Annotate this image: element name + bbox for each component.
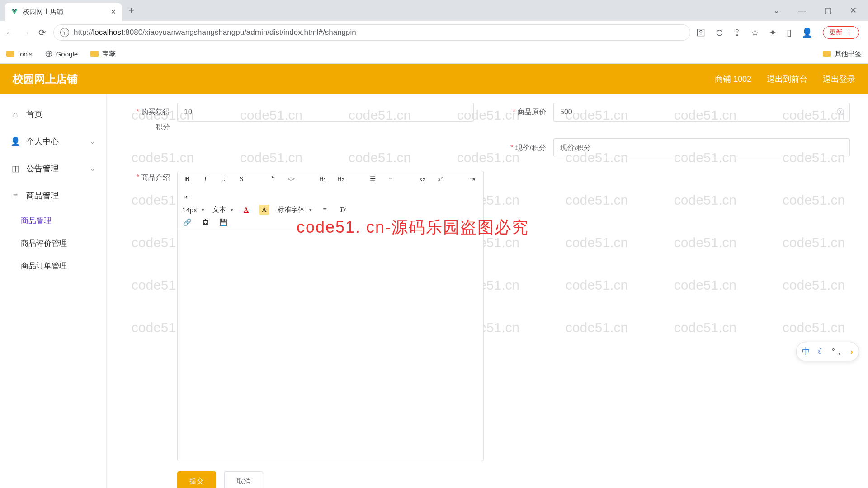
save-icon[interactable]: 💾 (218, 217, 228, 227)
close-tab-icon[interactable]: × (111, 7, 116, 17)
app-header: 校园网上店铺 商铺 1002 退出到前台 退出登录 (0, 64, 868, 94)
minimize-icon[interactable]: — (798, 6, 806, 15)
user-icon: 👤 (11, 137, 20, 146)
document-icon: ◫ (11, 164, 20, 173)
editor-body[interactable] (178, 230, 483, 461)
sidebar-item-label: 公告管理 (26, 163, 59, 174)
maximize-icon[interactable]: ▢ (824, 5, 832, 15)
h2-icon[interactable]: H₂ (336, 174, 346, 184)
ordered-list-icon[interactable]: ☰ (368, 174, 377, 184)
sidebar-item-label: 商品管理 (21, 216, 52, 226)
folder-icon (90, 51, 99, 57)
sidepanel-icon[interactable]: ▯ (787, 27, 792, 38)
ime-punct-icon[interactable]: °， (832, 346, 843, 357)
h1-icon[interactable]: H₁ (318, 174, 328, 184)
superscript-icon[interactable]: x² (435, 174, 445, 184)
chevron-down-icon: ⌄ (90, 165, 95, 172)
align-icon[interactable]: ≡ (320, 205, 330, 215)
bookmark-tools[interactable]: tools (6, 50, 33, 58)
cancel-button[interactable]: 取消 (224, 471, 263, 488)
folder-icon (6, 51, 14, 57)
code-icon[interactable]: <> (286, 174, 296, 184)
points-earned-field[interactable] (184, 108, 467, 116)
zoom-icon[interactable]: ⊖ (716, 27, 723, 38)
ime-floating-bar[interactable]: 中 ☾ °， › (796, 342, 859, 361)
sidebar-item-notice[interactable]: ◫ 公告管理 ⌄ (0, 155, 106, 182)
logout-button[interactable]: 退出登录 (823, 74, 855, 84)
tab-title: 校园网上店铺 (23, 8, 63, 16)
desc-label: *商品介绍 (125, 171, 170, 183)
key-icon[interactable]: ⚿ (697, 28, 706, 38)
reload-button[interactable]: ⟳ (37, 28, 47, 38)
sidebar-item-product[interactable]: ≡ 商品管理 (0, 182, 106, 209)
sidebar-item-home[interactable]: ⌂ 首页 (0, 101, 106, 128)
underline-icon[interactable]: U (218, 174, 228, 184)
orig-price-label: *商品原价 (501, 103, 546, 117)
text-type-select[interactable]: 文本▾ (212, 206, 233, 214)
forward-button[interactable]: → (21, 28, 31, 38)
share-icon[interactable]: ⇪ (733, 27, 741, 38)
content-area: code51. cn-源码乐园盗图必究 *购买获得 积分 *商品原价 (107, 94, 868, 488)
site-info-icon[interactable]: i (60, 28, 69, 37)
quote-icon[interactable]: ❝ (268, 174, 278, 184)
bookmark-google[interactable]: Google (45, 50, 78, 58)
chevron-down-icon[interactable]: ⌄ (773, 5, 780, 15)
browser-tab[interactable]: 校园网上店铺 × (5, 3, 122, 21)
profile-icon[interactable]: 👤 (802, 27, 813, 38)
curr-price-input[interactable] (553, 138, 850, 157)
moon-icon[interactable]: ☾ (817, 347, 825, 357)
curr-price-field[interactable] (560, 144, 843, 152)
exit-to-front-button[interactable]: 退出到前台 (767, 74, 807, 84)
sidebar-item-label: 商品管理 (26, 190, 59, 201)
bg-color-icon[interactable]: A (259, 205, 269, 215)
image-icon[interactable]: 🖼 (200, 217, 210, 227)
ime-lang-icon[interactable]: 中 (802, 346, 810, 357)
text-color-icon[interactable]: A (241, 205, 251, 215)
bookmarks-bar: tools Google 宝藏 其他书签 (0, 44, 868, 63)
update-button[interactable]: 更新⋮ (823, 26, 859, 39)
points-earned-input[interactable] (177, 103, 474, 122)
close-window-icon[interactable]: ✕ (850, 5, 857, 15)
globe-icon (45, 50, 52, 57)
bookmark-other[interactable]: 其他书签 (823, 50, 862, 58)
address-bar-row: ← → ⟳ i http://localhost:8080/xiaoyuanwa… (0, 21, 868, 44)
submit-button[interactable]: 提交 (177, 471, 216, 488)
clear-icon[interactable]: ⓧ (837, 108, 844, 117)
tab-strip: 校园网上店铺 × + ⌄ — ▢ ✕ (0, 0, 868, 21)
points-earned-label: *购买获得 (125, 103, 170, 117)
sidebar: ⌂ 首页 👤 个人中心 ⌄ ◫ 公告管理 ⌄ ≡ 商品管理 商品管理 商品评价管… (0, 94, 107, 488)
chevron-right-icon[interactable]: › (850, 347, 853, 357)
vue-icon (11, 8, 18, 15)
window-controls: ⌄ — ▢ ✕ (773, 5, 868, 15)
extensions-icon[interactable]: ✦ (769, 27, 777, 38)
indent-icon[interactable]: ⇥ (467, 174, 477, 184)
bookmark-treasure[interactable]: 宝藏 (90, 50, 116, 58)
bookmark-star-icon[interactable]: ☆ (751, 27, 759, 38)
outdent-icon[interactable]: ⇤ (182, 192, 192, 202)
bold-icon[interactable]: B (182, 174, 192, 184)
sidebar-item-personal[interactable]: 👤 个人中心 ⌄ (0, 128, 106, 155)
sidebar-sub-product-mgmt[interactable]: 商品管理 (0, 209, 106, 232)
strike-icon[interactable]: S (236, 174, 246, 184)
sidebar-sub-order-mgmt[interactable]: 商品订单管理 (0, 254, 106, 277)
address-bar[interactable]: i http://localhost:8080/xiaoyuanwangshan… (53, 24, 690, 41)
shop-info[interactable]: 商铺 1002 (715, 74, 751, 84)
unordered-list-icon[interactable]: ≡ (386, 174, 396, 184)
rich-editor: B I U S ❝ <> H₁ H₂ ☰ ≡ x₂ (177, 171, 484, 461)
sidebar-item-label: 商品订单管理 (21, 261, 67, 271)
new-tab-button[interactable]: + (124, 5, 139, 16)
font-family-select[interactable]: 标准字体▾ (278, 206, 312, 214)
italic-icon[interactable]: I (200, 174, 210, 184)
home-icon: ⌂ (11, 110, 20, 119)
font-size-select[interactable]: 14px▾ (182, 206, 204, 214)
orig-price-input[interactable]: ⓧ (553, 103, 850, 122)
link-icon[interactable]: 🔗 (182, 217, 192, 227)
url-text: http://localhost:8080/xiaoyuanwangshangs… (74, 28, 356, 37)
list-icon: ≡ (11, 191, 20, 200)
back-button[interactable]: ← (5, 28, 14, 38)
orig-price-field[interactable] (560, 108, 843, 116)
sidebar-sub-review-mgmt[interactable]: 商品评价管理 (0, 232, 106, 254)
subscript-icon[interactable]: x₂ (417, 174, 427, 184)
clear-format-icon[interactable]: Tx (338, 205, 348, 215)
chevron-down-icon: ⌄ (90, 138, 95, 145)
